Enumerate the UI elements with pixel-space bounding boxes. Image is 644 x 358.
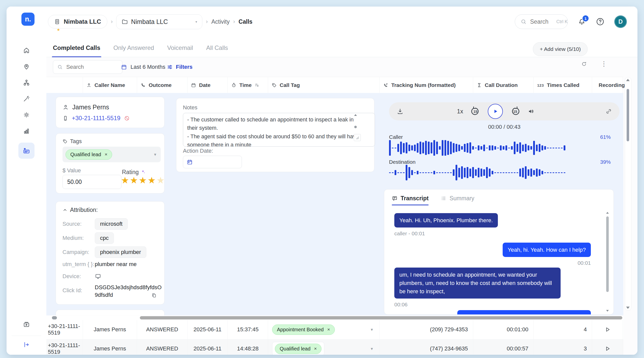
contact-card: James Perns +30-21-1111-5519 <box>56 97 165 128</box>
block-number-icon[interactable] <box>124 115 130 121</box>
action-date-input[interactable] <box>183 156 242 168</box>
calendar-icon <box>187 159 193 165</box>
row-play-recording[interactable] <box>592 339 623 355</box>
tags-select[interactable]: Qualified lead× ▾ <box>62 147 161 162</box>
app-window: n. ★ Nimbata LLC › Nimbata LLC ▾ › Activ… <box>7 7 637 355</box>
tag-value: Qualified lead <box>70 152 101 157</box>
download-icon <box>397 108 404 115</box>
value-input[interactable] <box>62 175 121 189</box>
tab-summary[interactable]: Summary <box>441 195 474 205</box>
table-header: Caller Name Outcome Date Time Call Tag T… <box>46 77 623 93</box>
remove-tag-icon[interactable]: × <box>327 327 330 332</box>
chevron-down-icon[interactable]: ▾ <box>371 346 373 351</box>
action-date-label: Action Date: <box>183 148 213 154</box>
header-outcome[interactable]: Outcome <box>137 77 187 93</box>
nimbata-logo[interactable]: n. <box>21 13 35 26</box>
row-outcome: ANSWERED <box>137 320 187 339</box>
vertical-scrollbar[interactable] <box>625 77 631 311</box>
play-button[interactable] <box>488 104 503 119</box>
chevron-down-icon: ▾ <box>196 20 197 24</box>
breadcrumb-activity[interactable]: Activity <box>211 18 230 25</box>
avatar[interactable]: D <box>614 15 627 28</box>
transcript-scrollbar[interactable] <box>605 212 609 312</box>
header-caller-name[interactable]: Caller Name <box>83 77 137 93</box>
project-selector[interactable]: Nimbata LLC ▾ <box>116 14 202 29</box>
workspace-chip[interactable]: ★ Nimbata LLC <box>48 15 107 28</box>
header-recording[interactable]: Recording <box>592 77 623 93</box>
sort-icon <box>255 83 259 87</box>
download-button[interactable] <box>397 108 404 115</box>
sidebar-expand-button[interactable] <box>23 341 30 348</box>
row-play-recording[interactable] <box>592 320 623 339</box>
desktop-icon <box>95 273 101 280</box>
horizontal-scrollbar[interactable] <box>46 316 623 320</box>
transcript-bubble-destination: And the cost depends on um, the actual w… <box>457 310 591 315</box>
table-search[interactable] <box>53 60 122 74</box>
global-search[interactable]: Ctrl K <box>515 14 568 29</box>
ai-sparkle-icon <box>140 170 146 175</box>
tab-only-answered[interactable]: Only Answered <box>113 44 154 57</box>
date-range-picker[interactable]: Last 6 Months <box>121 64 165 70</box>
sidebar-item-tutorials[interactable] <box>23 321 30 328</box>
rating-stars[interactable]: ★★★★★ <box>121 176 165 185</box>
notifications-button[interactable]: 1 <box>577 17 586 26</box>
header-tracking-num[interactable]: Tracking Num (formatted) <box>380 77 473 93</box>
copy-icon[interactable] <box>151 293 157 298</box>
header-call-duration[interactable]: Call Duration <box>473 77 534 93</box>
rewind-15-icon[interactable]: 15 <box>470 106 481 117</box>
remove-tag-icon[interactable]: × <box>314 346 317 351</box>
resize-grip[interactable] <box>354 134 361 141</box>
caller-waveform[interactable] <box>389 140 568 156</box>
share-link-button[interactable] <box>605 108 612 115</box>
destination-waveform[interactable] <box>389 165 568 181</box>
header-time[interactable]: Time <box>228 77 268 93</box>
vertical-scroll-thumb[interactable] <box>627 89 629 141</box>
sidebar-item-call-log[interactable] <box>18 143 35 159</box>
filters-button[interactable]: Filters <box>167 64 192 70</box>
notes-textarea[interactable]: - The customer called to schedule an app… <box>183 113 375 147</box>
sidebar-item-settings[interactable] <box>23 111 30 118</box>
chevron-down-icon[interactable]: ▾ <box>371 327 373 332</box>
speaker-icon[interactable] <box>528 108 535 115</box>
tab-voicemail[interactable]: Voicemail <box>167 44 193 57</box>
search-shortcut: Ctrl K <box>556 19 568 24</box>
sidebar-item-automation[interactable] <box>23 95 30 102</box>
person-icon <box>62 104 69 110</box>
medium-label: Medium: <box>62 235 95 241</box>
remove-tag-icon[interactable]: × <box>105 152 107 157</box>
sidebar-item-home[interactable] <box>23 47 30 54</box>
refresh-button[interactable] <box>581 61 587 67</box>
tab-transcript[interactable]: Transcript <box>392 195 429 205</box>
row-time: 15:37:45 <box>228 320 268 339</box>
playback-speed[interactable]: 1x <box>457 108 463 115</box>
header-times-called[interactable]: 123Times Called <box>534 77 592 93</box>
chevron-down-icon[interactable]: ▾ <box>154 152 156 157</box>
sidebar-item-locations[interactable] <box>23 63 30 70</box>
attribution-header[interactable]: Attribution: <box>62 207 98 213</box>
table-search-input[interactable] <box>66 63 107 71</box>
add-view-button[interactable]: + Add view (5/10) <box>533 42 588 56</box>
sidebar-item-reports[interactable] <box>23 127 30 135</box>
chat-icon <box>392 196 398 201</box>
row-times-called: 4 <box>534 320 592 339</box>
row-call-tag[interactable]: Qualified lead× ▾ <box>268 339 380 355</box>
table-row[interactable]: +30-21-1111-5519 James Perns ANSWERED 20… <box>46 339 623 355</box>
row-call-tag[interactable]: Appointment Booked× ▾ <box>268 320 380 339</box>
forward-15-icon[interactable]: 15 <box>510 106 521 117</box>
horizontal-scroll-thumb[interactable] <box>140 316 622 319</box>
header-date[interactable]: Date <box>187 77 228 93</box>
transcript-meta: 00:06 <box>394 302 591 308</box>
breadcrumb-calls[interactable]: Calls <box>239 18 252 25</box>
header-call-tag[interactable]: Call Tag <box>268 77 380 93</box>
table-row[interactable]: +30-21-1111-5519 James Perns ANSWERED 20… <box>46 320 623 339</box>
more-options-button[interactable]: ⋮ <box>601 61 607 67</box>
transcript-messages: Yeah. Hi. Uh, Phoenix. Plumber there. ca… <box>394 210 591 314</box>
help-button[interactable] <box>596 17 605 26</box>
tab-completed-calls[interactable]: Completed Calls <box>53 44 100 57</box>
global-search-input[interactable] <box>530 18 553 25</box>
tab-all-calls[interactable]: All Calls <box>206 44 228 57</box>
row-caller-name: James Perns <box>83 320 137 339</box>
sidebar-item-routing[interactable] <box>23 79 30 86</box>
contact-phone-link[interactable]: +30-21-1111-5519 <box>72 115 120 122</box>
scroll-left-button[interactable] <box>52 316 57 319</box>
